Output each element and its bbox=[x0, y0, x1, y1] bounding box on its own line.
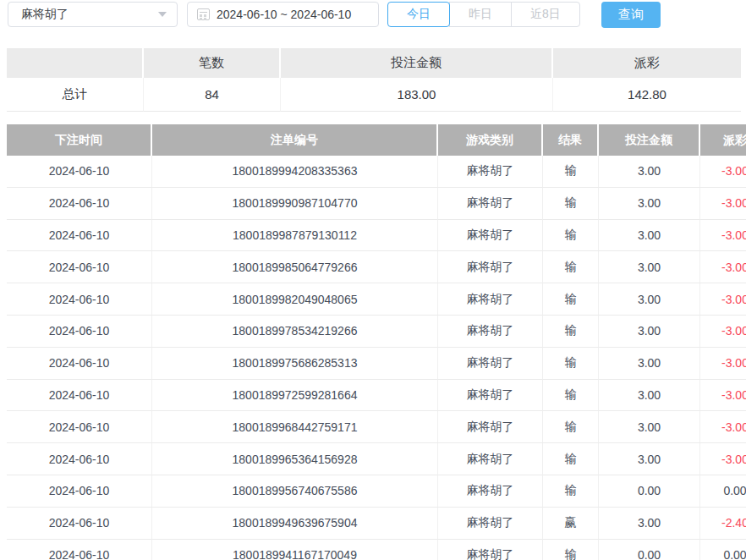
table-row: 2024-06-101800189987879130112麻将胡了输3.00-3… bbox=[7, 220, 746, 252]
cell-order-id: 1800189987879130112 bbox=[152, 220, 438, 252]
cell-result: 输 bbox=[543, 283, 599, 316]
table-row: 2024-06-101800189978534219266麻将胡了输3.00-3… bbox=[7, 316, 746, 348]
cell-bet-time: 2024-06-10 bbox=[7, 220, 152, 252]
cell-bet-time: 2024-06-10 bbox=[7, 475, 152, 508]
cell-payout: -3.00 bbox=[700, 156, 746, 188]
cell-bet-time: 2024-06-10 bbox=[7, 411, 152, 443]
cell-bet-amount: 3.00 bbox=[599, 348, 700, 380]
table-body: 2024-06-101800189994208335363麻将胡了输3.00-3… bbox=[7, 156, 746, 560]
header-payout: 派彩 bbox=[700, 124, 746, 156]
cell-bet-amount: 3.00 bbox=[599, 316, 700, 348]
cell-game-type: 麻将胡了 bbox=[438, 316, 543, 348]
cell-payout: 0.00 bbox=[700, 475, 746, 508]
header-bet-amount: 投注金额 bbox=[599, 124, 700, 156]
calendar-icon bbox=[197, 8, 210, 20]
cell-bet-amount: 3.00 bbox=[599, 156, 700, 188]
summary-header-blank bbox=[7, 48, 144, 78]
cell-bet-amount: 0.00 bbox=[599, 540, 700, 560]
table-row: 2024-06-101800189990987104770麻将胡了输3.00-3… bbox=[7, 188, 746, 220]
cell-result: 输 bbox=[543, 348, 599, 380]
cell-bet-time: 2024-06-10 bbox=[7, 348, 152, 380]
cell-bet-amount: 3.00 bbox=[599, 411, 700, 443]
cell-game-type: 麻将胡了 bbox=[438, 156, 543, 188]
cell-bet-amount: 3.00 bbox=[599, 283, 700, 316]
cell-order-id: 1800189994208335363 bbox=[152, 156, 438, 188]
cell-game-type: 麻将胡了 bbox=[438, 380, 543, 412]
cell-result: 输 bbox=[543, 220, 599, 252]
table-header-row: 下注时间 注单编号 游戏类别 结果 投注金额 派彩 bbox=[7, 124, 746, 156]
summary-total-label: 总计 bbox=[7, 78, 144, 112]
cell-result: 输 bbox=[543, 411, 599, 443]
table-row: 2024-06-101800189949639675904麻将胡了赢3.00-2… bbox=[7, 508, 746, 540]
table-row: 2024-06-101800189985064779266麻将胡了输3.00-3… bbox=[7, 251, 746, 283]
cell-result: 赢 bbox=[543, 508, 599, 540]
cell-bet-time: 2024-06-10 bbox=[7, 251, 152, 283]
cell-payout: -3.00 bbox=[700, 411, 746, 443]
cell-order-id: 1800189949639675904 bbox=[152, 508, 438, 540]
cell-bet-amount: 0.00 bbox=[599, 475, 700, 508]
cell-bet-time: 2024-06-10 bbox=[7, 316, 152, 348]
cell-payout: -3.00 bbox=[700, 316, 746, 348]
table-row: 2024-06-101800189965364156928麻将胡了输3.00-3… bbox=[7, 443, 746, 475]
cell-order-id: 1800189990987104770 bbox=[152, 188, 438, 220]
game-select-dropdown[interactable]: 麻将胡了 bbox=[8, 2, 178, 27]
table-row: 2024-06-101800189994208335363麻将胡了输3.00-3… bbox=[7, 156, 746, 188]
cell-payout: -2.40 bbox=[700, 508, 746, 540]
quick-filter-group: 今日 昨日 近8日 bbox=[387, 2, 580, 27]
cell-payout: -3.00 bbox=[700, 348, 746, 380]
cell-result: 输 bbox=[543, 380, 599, 412]
cell-game-type: 麻将胡了 bbox=[438, 411, 543, 443]
last-8-days-button[interactable]: 近8日 bbox=[511, 2, 580, 27]
cell-payout: -3.00 bbox=[700, 443, 746, 475]
header-order-id: 注单编号 bbox=[152, 124, 438, 156]
cell-bet-amount: 3.00 bbox=[599, 251, 700, 283]
cell-payout: 0.00 bbox=[700, 540, 746, 560]
cell-game-type: 麻将胡了 bbox=[438, 508, 543, 540]
cell-game-type: 麻将胡了 bbox=[438, 348, 543, 380]
cell-game-type: 麻将胡了 bbox=[438, 540, 543, 560]
cell-bet-time: 2024-06-10 bbox=[7, 156, 152, 188]
summary-table: 笔数 投注金额 派彩 总计 84 183.00 142.80 bbox=[7, 48, 741, 112]
table-row: 2024-06-101800189975686285313麻将胡了输3.00-3… bbox=[7, 348, 746, 380]
cell-result: 输 bbox=[543, 316, 599, 348]
date-range-value: 2024-06-10 ~ 2024-06-10 bbox=[217, 8, 351, 21]
cell-result: 输 bbox=[543, 540, 599, 560]
cell-game-type: 麻将胡了 bbox=[438, 220, 543, 252]
summary-bet-amount-value: 183.00 bbox=[281, 78, 553, 112]
cell-result: 输 bbox=[543, 443, 599, 475]
date-range-input[interactable]: 2024-06-10 ~ 2024-06-10 bbox=[187, 2, 379, 27]
header-result: 结果 bbox=[543, 124, 599, 156]
summary-header-row: 笔数 投注金额 派彩 bbox=[7, 48, 741, 78]
cell-order-id: 1800189965364156928 bbox=[152, 443, 438, 475]
cell-order-id: 1800189968442759171 bbox=[152, 411, 438, 443]
summary-total-row: 总计 84 183.00 142.80 bbox=[7, 78, 741, 112]
query-button[interactable]: 查询 bbox=[601, 2, 661, 28]
cell-bet-amount: 3.00 bbox=[599, 220, 700, 252]
today-button[interactable]: 今日 bbox=[387, 2, 450, 27]
table-row: 2024-06-101800189956740675586麻将胡了输0.000.… bbox=[7, 475, 746, 508]
summary-count-value: 84 bbox=[144, 78, 281, 112]
cell-payout: -3.00 bbox=[700, 380, 746, 412]
yesterday-button[interactable]: 昨日 bbox=[449, 2, 512, 27]
cell-order-id: 1800189975686285313 bbox=[152, 348, 438, 380]
cell-game-type: 麻将胡了 bbox=[438, 475, 543, 508]
cell-payout: -3.00 bbox=[700, 251, 746, 283]
cell-order-id: 1800189985064779266 bbox=[152, 251, 438, 283]
header-bet-time: 下注时间 bbox=[7, 124, 152, 156]
cell-game-type: 麻将胡了 bbox=[438, 251, 543, 283]
cell-order-id: 1800189972599281664 bbox=[152, 380, 438, 412]
cell-payout: -3.00 bbox=[700, 188, 746, 220]
cell-bet-amount: 3.00 bbox=[599, 443, 700, 475]
summary-header-payout: 派彩 bbox=[553, 48, 741, 78]
cell-bet-amount: 3.00 bbox=[599, 380, 700, 412]
cell-order-id: 1800189956740675586 bbox=[152, 475, 438, 508]
cell-result: 输 bbox=[543, 475, 599, 508]
table-row: 2024-06-101800189972599281664麻将胡了输3.00-3… bbox=[7, 380, 746, 412]
game-select-value: 麻将胡了 bbox=[21, 7, 69, 22]
cell-order-id: 1800189978534219266 bbox=[152, 316, 438, 348]
cell-game-type: 麻将胡了 bbox=[438, 188, 543, 220]
cell-game-type: 麻将胡了 bbox=[438, 283, 543, 316]
cell-bet-amount: 3.00 bbox=[599, 188, 700, 220]
cell-bet-amount: 3.00 bbox=[599, 508, 700, 540]
cell-bet-time: 2024-06-10 bbox=[7, 443, 152, 475]
